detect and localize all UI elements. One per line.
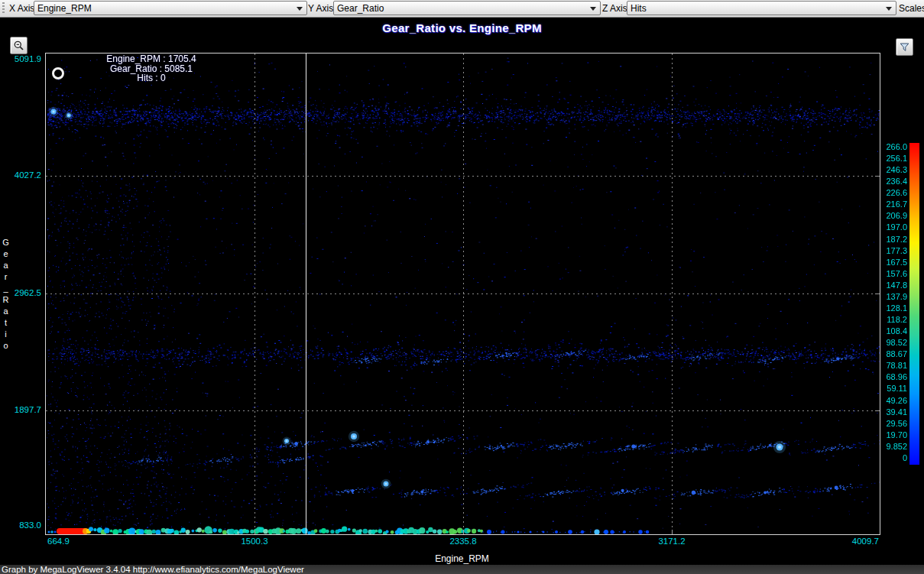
z-scale-tick-label: 187.2 (879, 235, 907, 244)
y-tick-label: 4027.2 (0, 170, 41, 180)
z-scale-tick-label: 88.67 (879, 349, 907, 358)
z-scale-tick-label: 49.26 (879, 396, 907, 405)
x-tick-label: 4009.7 (852, 537, 879, 546)
y-axis-title-char: r (2, 271, 10, 283)
z-scale-tick-label: 157.6 (879, 269, 907, 278)
y-axis-select[interactable]: Gear_Ratio (333, 1, 601, 15)
z-scale-tick-label: 108.4 (879, 326, 907, 336)
y-axis-title-char: o (2, 340, 10, 352)
z-scale-tick-label: 236.4 (879, 177, 907, 186)
x-axis-tick-mark (255, 530, 255, 534)
z-scale-tick-label: 197.0 (879, 222, 907, 232)
readout-z-value: Hits : 0 (96, 73, 206, 83)
toolbar: X Axis: Engine_RPM Y Axis: Gear_Ratio Z … (0, 0, 924, 18)
y-axis-title: Gear_Ratio (2, 237, 10, 352)
z-scale-tick-label: 19.70 (879, 430, 907, 439)
z-scale-tick-label: 256.1 (879, 154, 907, 163)
y-axis-title-char: e (2, 248, 10, 260)
horizontal-gridline (46, 410, 880, 411)
y-axis-title-char: i (2, 329, 10, 340)
y-axis-title-char: _ (2, 283, 10, 294)
title-bar: Gear_Ratio vs. Engine_RPM (0, 21, 924, 37)
z-scale-tick-label: 226.6 (879, 188, 907, 197)
y-axis-title-char: G (2, 237, 10, 248)
plot-area[interactable]: Engine_RPM : 1705.4 Gear_Ratio : 5085.1 … (45, 53, 880, 535)
z-axis-label: Z Axis: (602, 3, 630, 14)
y-axis-selected-value: Gear_Ratio (337, 3, 384, 14)
z-scale-tick-label: 59.11 (879, 384, 907, 393)
readout-x-value: Engine_RPM : 1705.4 (96, 54, 206, 64)
status-bar: Graph by MegaLogViewer 3.4.04 http://www… (0, 565, 924, 574)
z-scale-tick-label: 128.1 (879, 303, 907, 313)
chevron-down-icon (590, 7, 596, 11)
chart-title: Gear_Ratio vs. Engine_RPM (382, 21, 541, 34)
chevron-down-icon (297, 7, 303, 11)
z-scale-tick-label: 147.8 (879, 281, 907, 290)
chevron-down-icon (886, 7, 892, 11)
scales-button[interactable]: Scales (899, 3, 924, 14)
cursor-readout: Engine_RPM : 1705.4 Gear_Ratio : 5085.1 … (96, 54, 206, 83)
horizontal-gridline (46, 293, 880, 294)
toolbar-drag-handle[interactable] (2, 2, 5, 15)
z-scale-tick-label: 246.3 (879, 165, 907, 174)
z-scale-tick-label: 0 (879, 453, 907, 462)
z-scale-tick-label: 206.9 (879, 211, 907, 220)
y-tick-label: 833.0 (0, 520, 41, 530)
z-axis-select[interactable]: Hits (627, 1, 896, 15)
x-tick-label: 664.9 (47, 537, 70, 546)
x-tick-label: 2335.8 (449, 537, 476, 546)
z-scale-tick-label: 29.56 (879, 419, 907, 428)
z-scale-tick-label: 68.96 (879, 372, 907, 381)
y-axis-title-char: a (2, 306, 10, 317)
zoom-button[interactable] (10, 37, 28, 54)
x-axis-title: Engine_RPM (0, 553, 924, 564)
x-tick-label: 1500.3 (241, 537, 267, 546)
z-axis-selected-value: Hits (631, 3, 647, 14)
x-axis-selected-value: Engine_RPM (37, 3, 92, 14)
x-axis-tick-mark (463, 530, 464, 534)
z-scale-tick-label: 39.41 (879, 407, 907, 417)
y-axis-title-char: a (2, 260, 10, 271)
z-scale-tick-label: 137.9 (879, 292, 907, 301)
z-scale-tick-label: 177.3 (879, 246, 907, 255)
magnifier-icon (13, 40, 24, 51)
x-axis-select[interactable]: Engine_RPM (34, 1, 307, 15)
funnel-icon (899, 41, 910, 53)
z-scale-tick-label: 78.81 (879, 361, 907, 370)
z-scale-tick-label: 167.5 (879, 258, 907, 267)
x-axis-tick-mark (672, 530, 673, 534)
y-axis-title-char: t (2, 317, 10, 329)
z-scale-tick-label: 9.852 (879, 442, 907, 451)
y-axis-label: Y Axis: (308, 3, 336, 14)
x-tick-label: 3171.2 (658, 537, 685, 546)
z-scale-legend: 266.0256.1246.3236.4226.6216.7206.9197.0… (879, 0, 924, 574)
y-tick-label: 5091.9 (0, 54, 41, 63)
horizontal-gridline (46, 176, 880, 177)
z-scale-colorbar (909, 143, 919, 465)
cursor-ring (52, 67, 64, 79)
y-tick-label: 1897.7 (0, 405, 41, 414)
crosshair-line (306, 54, 306, 534)
filter-button[interactable] (896, 38, 913, 56)
z-scale-tick-label: 98.52 (879, 338, 907, 347)
y-axis-title-char: R (2, 294, 10, 306)
z-scale-tick-label: 118.2 (879, 315, 907, 324)
z-scale-tick-label: 266.0 (879, 142, 907, 151)
z-scale-tick-label: 216.7 (879, 199, 907, 209)
status-text: Graph by MegaLogViewer 3.4.04 http://www… (2, 565, 304, 574)
